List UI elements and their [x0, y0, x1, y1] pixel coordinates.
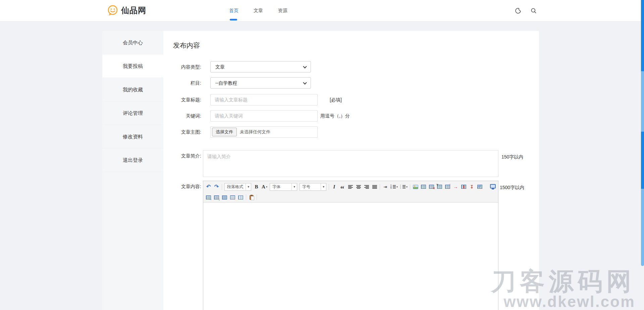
editor-canvas[interactable] — [203, 203, 498, 310]
nav-item-articles[interactable]: 文章 — [254, 8, 263, 14]
chevron-down-icon: ▾ — [321, 183, 326, 190]
chevron-down-icon — [303, 64, 307, 68]
category-select[interactable]: --自学教程 — [210, 77, 311, 89]
main-image-row: 文章主图: 选择文件 未选择任何文件 — [163, 126, 539, 138]
content-type-value: 文章 — [215, 64, 225, 70]
insert-row-below-icon[interactable] — [214, 193, 219, 202]
chevron-down-icon — [303, 81, 307, 84]
category-row: 栏目: --自学教程 — [163, 77, 539, 89]
font-family-select[interactable]: 字体▾ — [270, 183, 297, 191]
file-input-box: 选择文件 未选择任何文件 — [210, 126, 318, 138]
search-icon[interactable] — [530, 7, 537, 14]
insert-row-above-icon[interactable] — [445, 183, 450, 191]
sidebar-item-submit-post[interactable]: 我要投稿 — [102, 54, 163, 78]
insert-column-icon[interactable] — [461, 183, 467, 191]
keywords-input[interactable] — [210, 110, 318, 122]
chevron-down-icon: ▾ — [406, 185, 408, 188]
toolbar-separator — [246, 194, 246, 200]
sidebar-item-favorites[interactable]: 我的收藏 — [102, 78, 163, 101]
chevron-down-icon: ▾ — [291, 183, 297, 190]
main-nav: 首页 文章 资源 — [229, 0, 287, 21]
main-image-label: 文章主图: — [163, 126, 201, 138]
align-right-icon[interactable] — [364, 183, 369, 191]
nav-active-indicator — [230, 19, 237, 20]
summary-limit-hint: 150字以内 — [501, 151, 523, 163]
sidebar-item-logout[interactable]: 退出登录 — [102, 148, 163, 172]
keywords-label: 关键词: — [163, 110, 201, 122]
scrollbar[interactable] — [641, 0, 644, 266]
keywords-row: 关键词: 用逗号（,）分 — [163, 110, 539, 122]
ordered-list-icon[interactable]: ▾ — [390, 183, 398, 191]
insert-row-right-icon[interactable] — [206, 193, 211, 202]
toolbar-separator — [222, 184, 222, 190]
dark-mode-moon-icon[interactable] — [515, 7, 522, 14]
category-value: --自学教程 — [215, 80, 237, 86]
sidebar-item-comment-manage[interactable]: 评论管理 — [102, 101, 163, 125]
redo-icon[interactable]: ↷ — [214, 183, 219, 191]
split-cells-icon[interactable] — [222, 193, 227, 202]
delete-column-icon[interactable]: ↧ — [469, 183, 475, 191]
keywords-hint: 用逗号（,）分 — [320, 110, 350, 122]
article-title-input[interactable] — [210, 94, 318, 105]
table-properties-icon[interactable] — [437, 183, 442, 191]
editor-toolbar-row1: ↶↷段落格式▾BA▾字体▾字号▾I“⇥▾▾→↧ — [203, 181, 498, 192]
required-hint: [必填] — [330, 94, 342, 105]
sidebar-item-member-center[interactable]: 会员中心 — [102, 31, 163, 54]
italic-icon[interactable]: I — [331, 183, 337, 191]
insert-image-icon[interactable] — [413, 183, 418, 191]
toolbar-separator — [329, 184, 329, 190]
blockquote-icon[interactable]: “ — [339, 183, 345, 191]
content-label: 文章内容: — [163, 181, 201, 192]
summary-label: 文章简介: — [163, 150, 201, 162]
merge-cells-icon[interactable]: → — [453, 183, 459, 191]
page-title: 发布内容 — [173, 41, 200, 50]
header-icons — [515, 0, 537, 21]
content-type-label: 内容类型: — [163, 61, 201, 73]
align-left-icon[interactable] — [347, 183, 353, 191]
font-color-icon[interactable]: A▾ — [262, 183, 267, 191]
bold-icon[interactable]: B — [254, 183, 259, 191]
choose-file-button[interactable]: 选择文件 — [212, 128, 237, 136]
unordered-list-icon[interactable]: ▾ — [400, 183, 408, 191]
toolbar-separator — [380, 184, 380, 190]
merge-columns-icon[interactable] — [238, 193, 244, 202]
smiley-logo-icon — [107, 4, 119, 16]
file-status-text: 未选择任何文件 — [240, 129, 270, 135]
merge-rows-icon[interactable] — [230, 193, 235, 202]
article-title-label: 文章标题: — [163, 94, 201, 105]
publish-form-area: 发布内容 内容类型: 文章 栏目: --自学教程 文章标题: [必填] 关键词: — [163, 31, 539, 310]
insert-table-icon[interactable] — [421, 183, 426, 191]
undo-icon[interactable]: ↶ — [206, 183, 211, 191]
toolbar-separator — [410, 184, 410, 190]
rich-text-editor: ↶↷段落格式▾BA▾字体▾字号▾I“⇥▾▾→↧ — [203, 181, 498, 310]
nav-item-home[interactable]: 首页 — [229, 8, 238, 14]
indent-icon[interactable]: ⇥ — [382, 183, 388, 191]
chevron-down-icon: ▾ — [396, 185, 398, 188]
font-size-select[interactable]: 字号▾ — [300, 183, 326, 191]
summary-row: 文章简介: 150字以内 — [163, 150, 539, 177]
paste-icon[interactable] — [249, 193, 254, 202]
content-type-row: 内容类型: 文章 — [163, 61, 539, 73]
delete-table-icon[interactable] — [429, 183, 434, 191]
sidebar-item-edit-profile[interactable]: 修改资料 — [102, 125, 163, 148]
top-header: 仙品网 首页 文章 资源 — [0, 0, 644, 21]
align-justify-icon[interactable] — [372, 183, 377, 191]
cell-properties-icon[interactable] — [477, 183, 483, 191]
fullscreen-icon[interactable] — [490, 183, 496, 191]
chevron-down-icon: ▾ — [266, 185, 267, 188]
content-type-select[interactable]: 文章 — [210, 61, 311, 73]
category-label: 栏目: — [163, 77, 201, 89]
paragraph-format-select[interactable]: 段落格式▾ — [224, 183, 251, 191]
align-center-icon[interactable] — [356, 183, 361, 191]
member-sidebar: 会员中心 我要投稿 我的收藏 评论管理 修改资料 退出登录 — [102, 31, 163, 310]
nav-item-resources[interactable]: 资源 — [278, 8, 287, 14]
chevron-down-icon: ▾ — [246, 183, 251, 190]
content-panel: 会员中心 我要投稿 我的收藏 评论管理 修改资料 退出登录 发布内容 内容类型:… — [102, 31, 539, 310]
toolbar-separator — [257, 194, 257, 200]
summary-textarea[interactable] — [203, 150, 498, 177]
content-limit-hint: 1500字以内 — [500, 182, 524, 193]
editor-toolbar-row2 — [203, 192, 498, 203]
site-logo[interactable]: 仙品网 — [107, 4, 146, 16]
article-title-row: 文章标题: [必填] — [163, 94, 539, 105]
brand-text: 仙品网 — [121, 5, 146, 16]
